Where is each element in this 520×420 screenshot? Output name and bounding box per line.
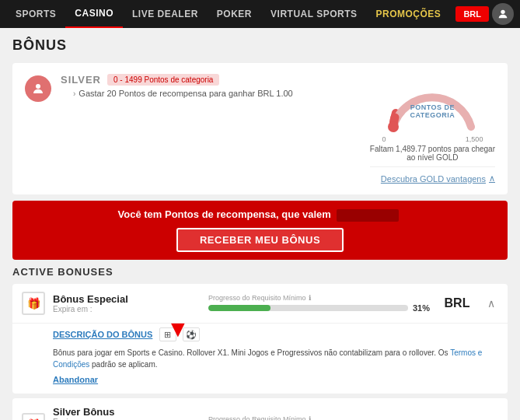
bonus-item-especial: 🎁 Bônus Especial Expira em : Progresso d…: [12, 284, 508, 394]
nav-item-virtual-sports[interactable]: VIRTUAL SPORTS: [261, 0, 366, 28]
chevron-up-icon: ∧: [489, 173, 495, 184]
svg-point-2: [388, 121, 399, 132]
navbar: SPORTS CASINO LIVE DEALER POKER VIRTUAL …: [0, 0, 520, 28]
discover-row: Descubra GOLD vantagens ∧: [370, 166, 495, 184]
terms-link[interactable]: Termos e Condições: [53, 348, 482, 369]
abandon-link[interactable]: Abandonar: [53, 375, 98, 384]
gauge-section: PONTOS DE CATEGORIA 0 1,500 Faltam 1,489…: [370, 74, 495, 184]
nav-item-sports[interactable]: SPORTS: [6, 0, 65, 28]
bonus-item-especial-header: 🎁 Bônus Especial Expira em : Progresso d…: [12, 284, 508, 323]
nav-item-promocoes[interactable]: PROMOÇÕES: [367, 0, 451, 28]
earn-text: Gastar 20 Pontos de recompensa para ganh…: [79, 89, 292, 98]
silver-label: SILVER: [61, 74, 101, 86]
gauge-label: PONTOS DE CATEGORIA: [410, 103, 455, 119]
collapse-button[interactable]: ∧: [484, 297, 498, 310]
bonus-especial-progress-section: Progresso do Requisito Mínimo ℹ 31%: [208, 294, 430, 313]
nav-item-live-dealer[interactable]: LIVE DEALER: [123, 0, 208, 28]
category-badge: 0 - 1499 Pontos de categoria: [107, 74, 219, 86]
gauge-scale: 0 1,500: [382, 135, 483, 143]
promo-value-box: [337, 209, 399, 222]
bonus-item-silver: 🎁 Silver Bônus Expira em : DESCRIÇÃO DO …: [12, 398, 508, 420]
earn-row: › Gastar 20 Pontos de recompensa para ga…: [73, 89, 361, 98]
desc-link[interactable]: DESCRIÇÃO DO BÔNUS: [53, 330, 152, 339]
promo-banner: Você tem Pontos de recompensa, que valem…: [12, 201, 508, 260]
svg-point-0: [501, 10, 504, 14]
silver-info: SILVER 0 - 1499 Pontos de categoria › Ga…: [61, 74, 361, 98]
nav-item-casino[interactable]: CASINO: [65, 0, 123, 28]
gauge-container: PONTOS DE CATEGORIA: [382, 74, 483, 132]
nav-item-poker[interactable]: POKER: [208, 0, 261, 28]
bonus-especial-body: DESCRIÇÃO DO BÔNUS ⊞ ⚽ ▼ Bônus para joga…: [12, 323, 508, 394]
bonus-especial-info: Bônus Especial Expira em :: [53, 293, 201, 313]
bonus-desc-text: Bônus para jogar em Sports e Casino. Rol…: [53, 347, 498, 370]
gauge-max: 1,500: [466, 135, 483, 143]
gift-icon-silver: 🎁: [22, 413, 45, 420]
progress-row: 31%: [208, 303, 430, 313]
progress-bar-bg: [208, 305, 408, 311]
gauge-min: 0: [382, 135, 386, 143]
page-title: BÔNUS: [12, 37, 508, 54]
bonus-silver-info: Silver Bônus Expira em : DESCRIÇÃO DO BÔ…: [53, 406, 201, 420]
bonus-silver-expire: Expira em :: [53, 418, 201, 420]
page-content: BÔNUS SILVER 0 - 1499 Pontos de categori…: [0, 28, 520, 420]
receber-bonus-button[interactable]: RECEBER MEU BÔNUS: [176, 228, 344, 252]
active-bonuses-title: ACTIVE BONUSES: [12, 266, 508, 278]
info-icon: ℹ: [309, 294, 311, 302]
bonus-item-silver-header: 🎁 Silver Bônus Expira em : DESCRIÇÃO DO …: [12, 398, 508, 420]
brl-button[interactable]: BRL: [455, 6, 489, 22]
nav-items: SPORTS CASINO LIVE DEALER POKER VIRTUAL …: [6, 0, 455, 28]
progress-label: Progresso do Requisito Mínimo ℹ: [208, 294, 311, 302]
bonus-especial-amount: BRL: [438, 296, 476, 310]
bonus-especial-expire: Expira em :: [53, 305, 201, 313]
bonus-silver-name: Silver Bônus: [53, 406, 201, 418]
silver-info-icon: ℹ: [309, 415, 311, 420]
silver-bonus-card: SILVER 0 - 1499 Pontos de categoria › Ga…: [12, 63, 508, 194]
silver-row: SILVER 0 - 1499 Pontos de categoria: [61, 74, 361, 86]
svg-point-1: [36, 84, 40, 89]
silver-progress-label: Progresso do Requisito Mínimo ℹ: [208, 415, 311, 420]
gauge-info: Faltam 1,489.77 pontos para chegar ao ní…: [370, 145, 495, 162]
nav-right: BRL: [455, 3, 514, 25]
avatar: [25, 75, 51, 102]
bonus-silver-progress-section: Progresso do Requisito Mínimo ℹ 0%: [208, 415, 430, 420]
bonus-especial-name: Bônus Especial: [53, 293, 201, 305]
progress-bar-fill: [208, 305, 270, 311]
down-arrow-icon: ▼: [166, 316, 190, 342]
promo-text: Você tem Pontos de recompensa, que valem: [25, 208, 495, 222]
gift-icon: 🎁: [22, 292, 45, 315]
progress-pct: 31%: [413, 303, 430, 313]
discover-gold-link[interactable]: Descubra GOLD vantagens ∧: [381, 173, 495, 184]
user-menu-button[interactable]: [492, 3, 514, 25]
chevron-right-icon: ›: [73, 89, 75, 98]
